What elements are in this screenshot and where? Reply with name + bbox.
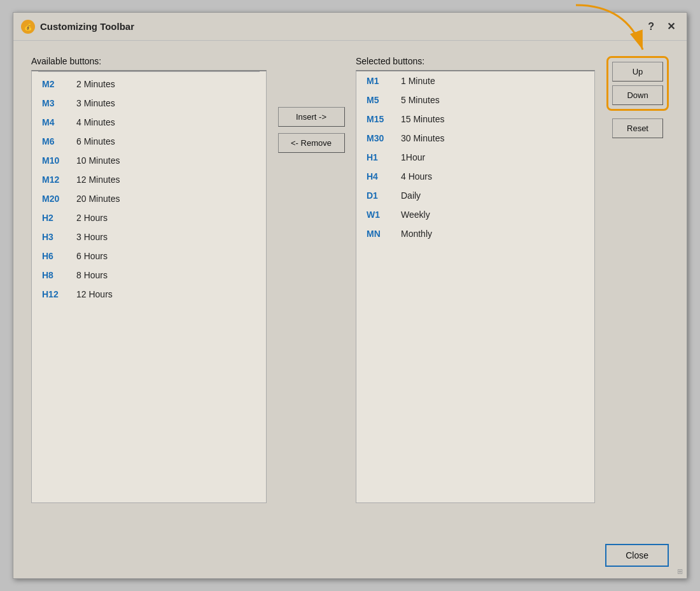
list-item[interactable]: M4 4 Minutes	[32, 113, 266, 132]
list-item[interactable]: M1 1 Minute	[356, 71, 594, 90]
available-label: Available buttons:	[31, 56, 267, 66]
up-button[interactable]: Up	[612, 62, 663, 82]
available-column: Available buttons: M2 2 Minutes M3 3 Min…	[31, 56, 267, 503]
list-item[interactable]: H3 3 Hours	[32, 227, 266, 246]
down-button[interactable]: Down	[612, 85, 663, 105]
dialog-body: Available buttons: M2 2 Minutes M3 3 Min…	[13, 41, 687, 538]
close-button[interactable]: Close	[605, 544, 669, 567]
svg-text:💰: 💰	[24, 23, 32, 31]
list-item[interactable]: H12 12 Hours	[32, 285, 266, 304]
action-column: Up Down Reset	[595, 56, 669, 138]
list-item[interactable]: H8 8 Hours	[32, 266, 266, 285]
list-item[interactable]: M30 30 Minutes	[356, 129, 594, 148]
list-item[interactable]: M12 12 Minutes	[32, 170, 266, 189]
list-item[interactable]: H2 2 Hours	[32, 208, 266, 227]
close-title-button[interactable]: ✕	[663, 19, 679, 34]
list-item[interactable]: M20 20 Minutes	[32, 189, 266, 208]
middle-column: Insert -> <- Remove	[267, 56, 356, 153]
list-item[interactable]: M6 6 Minutes	[32, 132, 266, 151]
title-bar: 💰 Customizing Toolbar ? ✕	[13, 13, 687, 41]
list-item[interactable]: M10 10 Minutes	[32, 151, 266, 170]
dialog-title: Customizing Toolbar	[40, 21, 639, 32]
insert-button[interactable]: Insert ->	[278, 107, 345, 127]
list-item[interactable]: D1 Daily	[356, 186, 594, 205]
columns-area: Available buttons: M2 2 Minutes M3 3 Min…	[31, 56, 669, 525]
customizing-toolbar-dialog: 💰 Customizing Toolbar ? ✕ Available butt…	[13, 12, 687, 579]
selected-list[interactable]: M1 1 Minute M5 5 Minutes M15 15 Minutes …	[356, 70, 595, 503]
list-item[interactable]: M2 2 Minutes	[32, 75, 266, 94]
help-button[interactable]: ?	[644, 20, 658, 34]
selected-label: Selected buttons:	[356, 56, 595, 66]
list-item[interactable]: H6 6 Hours	[32, 246, 266, 266]
dialog-footer: Close	[13, 538, 687, 578]
remove-button[interactable]: <- Remove	[278, 133, 345, 153]
reset-button[interactable]: Reset	[612, 118, 663, 138]
list-item[interactable]: M5 5 Minutes	[356, 90, 594, 110]
list-item[interactable]: H4 4 Hours	[356, 167, 594, 186]
list-item[interactable]: H1 1Hour	[356, 148, 594, 167]
list-item[interactable]: MN Monthly	[356, 224, 594, 243]
list-item[interactable]: M15 15 Minutes	[356, 110, 594, 129]
available-list[interactable]: M2 2 Minutes M3 3 Minutes M4 4 Minutes M…	[31, 70, 267, 503]
up-down-group: Up Down	[606, 56, 669, 111]
list-item[interactable]: M3 3 Minutes	[32, 94, 266, 113]
resize-handle: ⊞	[677, 567, 683, 576]
list-item[interactable]: W1 Weekly	[356, 205, 594, 224]
selected-column: Selected buttons: M1 1 Minute M5 5 Minut…	[356, 56, 595, 503]
app-icon: 💰	[21, 20, 35, 34]
title-bar-controls: ? ✕	[644, 19, 679, 34]
